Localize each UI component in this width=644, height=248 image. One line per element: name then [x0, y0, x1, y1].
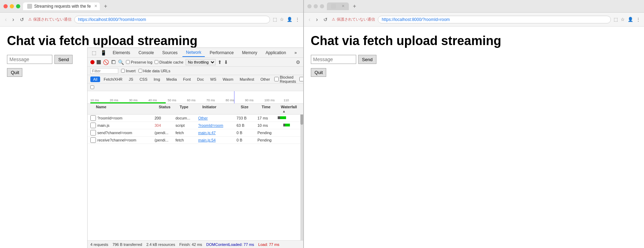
- reload-button[interactable]: ↺: [18, 17, 25, 22]
- active-tab-right[interactable]: ✕: [327, 2, 349, 10]
- has-blocked-cookies-label[interactable]: [90, 85, 95, 89]
- close-tl-right[interactable]: [307, 4, 312, 8]
- cast-icon: ⬚: [273, 17, 277, 22]
- new-tab-button[interactable]: +: [103, 3, 108, 9]
- row-checkbox-2[interactable]: [90, 123, 96, 128]
- preserve-log-checkbox[interactable]: [126, 60, 130, 64]
- table-row[interactable]: send?channel=room (pendi... fetch main.j…: [88, 129, 303, 137]
- tab-performance[interactable]: Performance: [206, 49, 237, 57]
- devtools-inspect-icon[interactable]: ⬚: [90, 50, 98, 56]
- table-row[interactable]: ?roomId=room 200 docum... Other 733 B 17…: [88, 115, 303, 122]
- status-dom-content: DOMContentLoaded: 77 ms: [206, 242, 254, 247]
- invert-checkbox[interactable]: [121, 69, 125, 73]
- quit-button-right[interactable]: Quit: [311, 68, 326, 77]
- search-icon[interactable]: 🔍: [118, 59, 124, 65]
- type-font[interactable]: Font: [180, 76, 194, 82]
- row-checkbox-1[interactable]: [90, 115, 96, 121]
- tick-80: 80 ms: [226, 99, 245, 102]
- cell-waterfall-4: [277, 137, 300, 143]
- tick-110: 110: [284, 99, 303, 102]
- cell-initiator-3[interactable]: main.js:47: [198, 131, 237, 135]
- message-input-right[interactable]: [311, 55, 356, 64]
- forward-button[interactable]: ›: [11, 16, 15, 23]
- sort-arrow-icon: ▲: [282, 109, 286, 113]
- url-input-right[interactable]: [378, 16, 611, 23]
- devtools-settings-icon[interactable]: ⚙: [302, 50, 303, 56]
- hide-data-urls-label[interactable]: Hide data URLs: [138, 69, 171, 73]
- tab-favicon-right: [331, 4, 336, 9]
- type-wasm[interactable]: Wasm: [220, 76, 236, 82]
- filter-icon[interactable]: ⧠: [111, 59, 116, 65]
- import-icon[interactable]: ⬆: [218, 59, 222, 65]
- max-tl-right[interactable]: [320, 4, 324, 8]
- filter-bar: Invert Hide data URLs: [88, 67, 303, 75]
- blocked-requests-label[interactable]: Blocked Requests: [274, 75, 296, 83]
- disable-cache-checkbox[interactable]: [155, 60, 158, 64]
- clear-icon[interactable]: 🚫: [103, 59, 109, 65]
- tab-close-button[interactable]: ✕: [94, 4, 97, 8]
- tab-application[interactable]: Application: [262, 49, 290, 57]
- tab-more[interactable]: »: [291, 49, 300, 57]
- forward-button-right[interactable]: ›: [315, 16, 319, 23]
- reload-button-right[interactable]: ↺: [322, 17, 329, 22]
- tab-memory[interactable]: Memory: [239, 49, 261, 57]
- back-button[interactable]: ‹: [3, 16, 8, 23]
- devtools-device-icon[interactable]: 📱: [99, 50, 108, 56]
- quit-button-left[interactable]: Quit: [7, 68, 22, 77]
- blocked-requests-checkbox[interactable]: [274, 77, 279, 81]
- close-traffic-light[interactable]: [3, 4, 8, 8]
- cell-initiator-4[interactable]: main.js:54: [198, 138, 237, 142]
- stop-button[interactable]: [97, 60, 101, 64]
- maximize-traffic-light[interactable]: [16, 4, 20, 8]
- devtools-status-bar: 4 requests 796 B transferred 2.4 kB reso…: [88, 240, 303, 248]
- back-button-right[interactable]: ‹: [307, 16, 312, 23]
- tab-sources[interactable]: Sources: [159, 49, 181, 57]
- type-js[interactable]: JS: [126, 76, 136, 82]
- tab-close-button-right[interactable]: ✕: [342, 4, 345, 8]
- message-form-right: Send: [311, 55, 637, 64]
- filter-input[interactable]: [90, 68, 118, 74]
- message-input-left[interactable]: [7, 55, 52, 64]
- minimize-traffic-light[interactable]: [10, 4, 14, 8]
- tab-console[interactable]: Console: [135, 49, 157, 57]
- type-ws[interactable]: WS: [207, 76, 219, 82]
- new-tab-button-right[interactable]: +: [352, 3, 358, 9]
- page-content-left: Chat via fetch upload streaming Send Qui…: [0, 27, 303, 248]
- has-blocked-cookies-checkbox[interactable]: [90, 85, 94, 89]
- tick-100: 100 ms: [264, 99, 284, 102]
- cell-initiator-2[interactable]: ?roomId=room: [198, 123, 237, 127]
- row-checkbox-3[interactable]: [90, 130, 96, 136]
- third-party-checkbox[interactable]: [299, 77, 303, 81]
- min-tl-right[interactable]: [314, 4, 318, 8]
- type-css[interactable]: CSS: [137, 76, 150, 82]
- cell-status-4: (pendi...: [155, 138, 175, 142]
- preserve-log-label[interactable]: Preserve log: [126, 60, 152, 64]
- record-button[interactable]: [90, 60, 95, 64]
- type-fetch-xhr[interactable]: Fetch/XHR: [101, 76, 125, 82]
- url-input-left[interactable]: [74, 16, 270, 23]
- profile-icon-right: 👤: [628, 17, 633, 22]
- hide-data-urls-checkbox[interactable]: [138, 69, 142, 73]
- type-all[interactable]: All: [90, 76, 100, 82]
- tab-network[interactable]: Network: [182, 49, 205, 57]
- row-checkbox-4[interactable]: [90, 137, 96, 143]
- send-button-right[interactable]: Send: [358, 55, 376, 64]
- active-tab[interactable]: Streaming requests with the fe ✕: [23, 2, 100, 10]
- disable-cache-label[interactable]: Disable cache: [155, 60, 184, 64]
- cell-size-2: 63 B: [237, 123, 257, 127]
- type-img[interactable]: Img: [151, 76, 163, 82]
- scrollbar[interactable]: [300, 104, 303, 240]
- cell-time-1: 17 ms: [257, 116, 277, 120]
- type-media[interactable]: Media: [164, 76, 180, 82]
- tab-elements[interactable]: Elements: [109, 49, 134, 57]
- type-doc[interactable]: Doc: [194, 76, 207, 82]
- invert-label[interactable]: Invert: [121, 69, 136, 73]
- throttle-select[interactable]: No throttling: [186, 59, 216, 65]
- table-row[interactable]: receive?channel=room (pendi... fetch mai…: [88, 137, 303, 144]
- network-settings-icon[interactable]: ⚙: [296, 59, 300, 65]
- export-icon[interactable]: ⬇: [224, 59, 228, 65]
- type-other[interactable]: Other: [257, 76, 273, 82]
- send-button-left[interactable]: Send: [54, 55, 73, 64]
- type-manifest[interactable]: Manifest: [237, 76, 257, 82]
- table-row[interactable]: main.js 304 script ?roomId=room 63 B 10 …: [88, 122, 303, 129]
